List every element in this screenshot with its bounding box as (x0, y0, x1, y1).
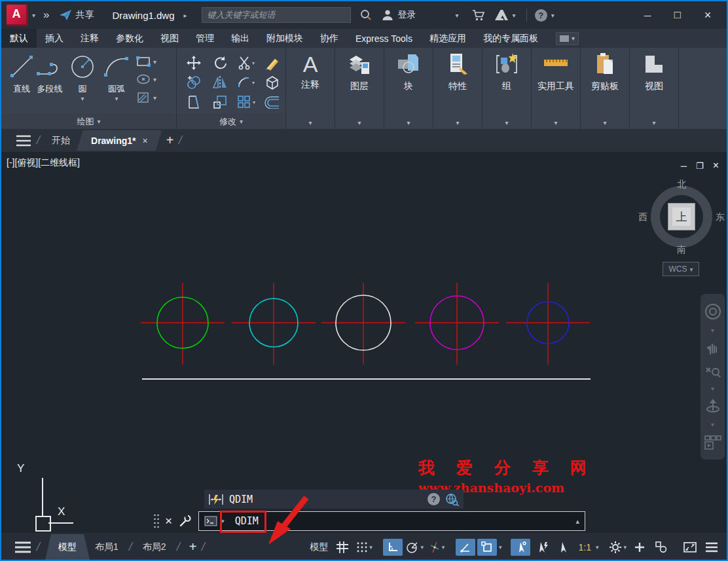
mirror-tool[interactable] (212, 75, 228, 90)
grid-toggle[interactable] (333, 539, 352, 556)
block-caret-icon[interactable]: ▾ (407, 119, 410, 126)
new-drawing-button[interactable]: + (166, 133, 174, 148)
view-caret-icon[interactable]: ▾ (652, 119, 655, 126)
ribbon-tab-parametric[interactable]: 参数化 (107, 29, 152, 48)
file-tab-drawing1[interactable]: Drawing1* × (77, 130, 162, 151)
viewcube-east[interactable]: 东 (716, 211, 725, 223)
close-button[interactable]: × (693, 1, 723, 29)
properties-caret-icon[interactable]: ▾ (456, 119, 459, 126)
ribbon-tab-collaborate[interactable]: 协作 (312, 29, 347, 48)
status-menu-button[interactable] (702, 539, 721, 556)
command-prompt-icon[interactable] (204, 516, 217, 526)
user-icon[interactable] (381, 9, 394, 22)
zoom-icon[interactable] (705, 363, 721, 378)
viewport-restore-icon[interactable]: ❐ (696, 161, 704, 171)
workspace-caret-icon[interactable]: ▾ (623, 544, 627, 551)
hatch-tool[interactable]: ▾ (136, 91, 156, 104)
viewcube-south[interactable]: 南 (677, 244, 686, 256)
viewcube-north[interactable]: 北 (677, 179, 686, 190)
trim-tool[interactable]: ▾ (238, 56, 255, 70)
command-suggestion[interactable]: QDIM ? (204, 490, 464, 509)
autodesk-caret-icon[interactable]: ▾ (513, 12, 516, 19)
signin-caret-icon[interactable]: ▾ (456, 12, 459, 19)
suggestion-web-icon[interactable] (445, 493, 460, 506)
polyline-tool[interactable]: 多段线 (35, 53, 64, 95)
orbit-caret-icon[interactable]: ▾ (711, 421, 714, 428)
layout-tabs-menu-icon[interactable] (14, 541, 31, 553)
rectangle-tool[interactable]: ▾ (136, 56, 156, 67)
app-menu-caret-icon[interactable]: ▾ (32, 12, 35, 19)
modify-panel-footer[interactable]: 修改 ▾ (177, 114, 285, 129)
file-tab-start[interactable]: 开始 (45, 131, 77, 151)
search-icon[interactable] (360, 9, 372, 21)
navwheel-caret-icon[interactable]: ▾ (711, 327, 714, 334)
viewport-close-icon[interactable]: × (713, 160, 719, 172)
object-snap-toggle[interactable] (477, 539, 497, 556)
scale-tool[interactable] (212, 94, 228, 110)
customize-wrench-icon[interactable] (179, 515, 192, 528)
osnap-caret-icon[interactable]: ▾ (499, 544, 502, 551)
workspace-switch-button[interactable]: ▾ (608, 539, 628, 556)
utilities-caret-icon[interactable]: ▾ (554, 119, 557, 126)
groups-button[interactable]: 组 ▾ (482, 48, 531, 129)
isolate-objects-button[interactable] (651, 539, 671, 556)
groups-caret-icon[interactable]: ▾ (505, 119, 508, 126)
explode-tool[interactable] (264, 75, 280, 90)
zoom-caret-icon[interactable]: ▾ (711, 385, 714, 392)
share-label[interactable]: 共享 (76, 9, 94, 21)
orbit-icon[interactable] (705, 399, 721, 414)
viewport-controls-label[interactable]: [-][俯视][二维线框] (7, 157, 80, 169)
layers-caret-icon[interactable]: ▾ (357, 119, 361, 126)
help-icon[interactable]: ? (535, 9, 547, 22)
ribbon-display-toggle[interactable]: ▾ (556, 32, 579, 45)
circle-tool[interactable]: 圆 ▾ (68, 53, 97, 102)
title-caret-icon[interactable]: ▸ (184, 12, 187, 19)
fillet-caret-icon[interactable]: ▾ (252, 80, 255, 86)
snap-caret-icon[interactable]: ▾ (369, 544, 373, 551)
copy-tool[interactable] (186, 75, 202, 90)
maximize-button[interactable]: □ (663, 1, 693, 29)
ribbon-tab-insert[interactable]: 插入 (37, 29, 72, 48)
object-snap-tracking-toggle[interactable] (456, 539, 475, 556)
ellipse-tool[interactable]: ▾ (136, 73, 156, 85)
ribbon-tab-addins[interactable]: 附加模块 (258, 29, 312, 48)
ribbon-tab-featured-apps[interactable]: 精选应用 (421, 29, 475, 48)
ribbon-tab-my-panel[interactable]: 我的专属面板 (475, 29, 547, 48)
scale-caret-icon[interactable]: ▾ (596, 544, 599, 551)
utilities-button[interactable]: 实用工具 ▾ (532, 48, 580, 129)
line-tool[interactable]: 直线 (8, 53, 35, 95)
arc-tool[interactable]: 圆弧 ▾ (102, 53, 131, 102)
clean-screen-button[interactable] (680, 539, 700, 556)
erase-tool[interactable] (264, 55, 280, 71)
properties-button[interactable]: 特性 ▾ (433, 48, 482, 129)
array-tool[interactable]: ▾ (237, 95, 255, 109)
layers-button[interactable]: 图层 ▾ (335, 48, 384, 129)
share-icon[interactable] (59, 9, 72, 21)
rotate-tool[interactable] (212, 55, 228, 71)
navwheel-icon[interactable] (704, 303, 721, 320)
annotation-button[interactable]: A 注释 ▾ (286, 48, 335, 129)
snap-toggle[interactable]: ▾ (354, 539, 374, 556)
command-history-toggle-icon[interactable]: ▴ (575, 517, 579, 526)
stretch-tool[interactable] (186, 94, 202, 110)
rectangle-caret-icon[interactable]: ▾ (153, 58, 156, 65)
viewcube[interactable]: 北 西 东 南 上 (646, 181, 717, 252)
minimize-button[interactable]: ─ (632, 1, 663, 29)
file-tabs-menu-icon[interactable] (16, 135, 31, 147)
clipboard-caret-icon[interactable]: ▾ (603, 119, 606, 126)
search-input[interactable]: 键入关键字或短语 (202, 7, 351, 23)
ribbon-tab-default[interactable]: 默认 (1, 29, 37, 48)
command-bar-close-icon[interactable]: × (165, 514, 172, 528)
isodraft-caret-icon[interactable]: ▾ (442, 544, 445, 551)
app-menu-button[interactable]: A (7, 5, 28, 26)
layout1-tab[interactable]: 布局1 (90, 539, 124, 556)
offset-tool[interactable] (264, 96, 280, 109)
isodraft-toggle[interactable]: ▾ (427, 539, 446, 556)
store-cart-icon[interactable] (472, 9, 485, 22)
viewport-minimize-icon[interactable]: ─ (681, 161, 687, 171)
ortho-toggle[interactable] (383, 539, 403, 556)
annotation-autoscale-toggle[interactable] (532, 539, 552, 556)
draw-panel-footer[interactable]: 绘图 ▾ (1, 114, 176, 129)
annotation-scale-button[interactable] (554, 539, 573, 556)
fillet-tool[interactable]: ▾ (238, 76, 255, 89)
